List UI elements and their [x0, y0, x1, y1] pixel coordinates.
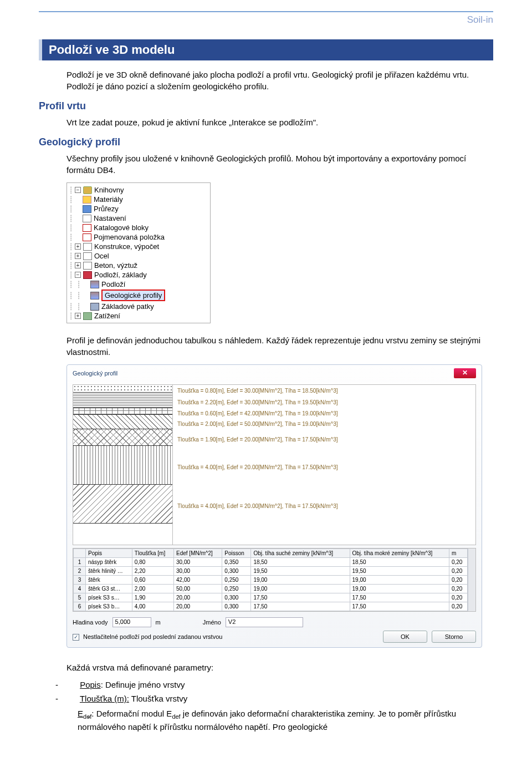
- table-header: [74, 549, 86, 558]
- cancel-button[interactable]: Storno: [432, 631, 476, 643]
- tree-item[interactable]: ┊+Beton, výztuž: [67, 261, 210, 270]
- tree-item-label: Ocel: [94, 252, 109, 260]
- ok-button[interactable]: OK: [383, 631, 427, 643]
- table-cell: 17,50: [251, 593, 350, 602]
- tree-item[interactable]: ┊Katalogové bloky: [67, 223, 210, 232]
- name-input[interactable]: V2: [226, 617, 303, 627]
- tree-toggle-icon[interactable]: +: [75, 243, 81, 250]
- cross-section-layer: [73, 429, 172, 446]
- tree-item[interactable]: ┊−Podloží, základy: [67, 270, 210, 280]
- cross-section-layer: [73, 385, 172, 393]
- tree-item-label: Nastavení: [94, 214, 126, 222]
- tree-item[interactable]: ┊┊Základové patky: [67, 302, 210, 311]
- tree-node-icon: [83, 233, 91, 241]
- table-cell: 2: [74, 567, 86, 576]
- cross-section-layer: [73, 408, 172, 415]
- tree-toggle-icon[interactable]: +: [75, 262, 81, 268]
- tree-toggle-icon[interactable]: +: [75, 313, 81, 319]
- brand-label: Soil-in: [39, 14, 493, 26]
- table-cell: 5: [74, 593, 86, 602]
- cross-section-layer: [73, 485, 172, 524]
- table-cell: 0,20: [449, 567, 467, 576]
- table-cell: 30,00: [174, 558, 222, 567]
- tree-item-label: Katalogové bloky: [94, 224, 149, 232]
- table-cell: 0,250: [222, 585, 251, 593]
- table-cell: 19,50: [251, 567, 350, 576]
- table-header: Edef [MN/m^2]: [174, 549, 222, 558]
- table-row[interactable]: 4štěrk G3 st…2,0050,000,25019,0019,000,2…: [74, 585, 468, 593]
- table-cell: 42,00: [174, 576, 222, 585]
- table-cell: 18,50: [251, 558, 350, 567]
- table-row[interactable]: 6písek S3 b…4,0020,000,30017,5017,500,20: [74, 602, 468, 611]
- tree-item[interactable]: ┊Pojmenovaná položka: [67, 232, 210, 242]
- cross-section-preview: [73, 385, 173, 545]
- tree-item-label: Zatížení: [94, 312, 120, 320]
- tree-item[interactable]: ┊+Ocel: [67, 251, 210, 261]
- tree-node-icon: [83, 252, 92, 260]
- table-cell: 4: [74, 585, 86, 593]
- tree-node-icon: [90, 303, 99, 311]
- table-cell: 18,50: [350, 558, 449, 567]
- table-header: Poisson: [222, 549, 251, 558]
- tree-item[interactable]: ┊┊Geologické profily: [67, 289, 210, 302]
- table-cell: štěrk: [86, 576, 132, 585]
- close-icon[interactable]: ✕: [454, 368, 476, 378]
- header-rule: [39, 11, 493, 12]
- layer-descriptions: Tloušťka = 0.80[m], Edef = 30.00[MN/m^2]…: [173, 385, 475, 545]
- tree-item[interactable]: ┊Materiály: [67, 195, 210, 204]
- table-header: Obj. tíha suché zeminy [kN/m^3]: [251, 549, 350, 558]
- table-cell: 17,50: [350, 593, 449, 602]
- water-input[interactable]: 5,000: [112, 617, 151, 627]
- table-header: Tloušťka [m]: [132, 549, 173, 558]
- tree-item-label: Geologické profily: [101, 290, 165, 301]
- table-row[interactable]: 2štěrk hlinitý …2,2030,000,30019,5019,50…: [74, 567, 468, 576]
- tree-item[interactable]: ┊┊Podloží: [67, 280, 210, 289]
- library-tree[interactable]: ┊ − Knihovny ┊Materiály┊Průřezy┊Nastaven…: [66, 182, 211, 323]
- table-cell: 2,20: [132, 567, 173, 576]
- table-header: Popis: [86, 549, 132, 558]
- tree-node-icon: [83, 205, 91, 213]
- table-row[interactable]: 1násyp štěrk0,8030,000,35018,5018,500,20: [74, 558, 468, 567]
- cross-section-layer: [73, 446, 172, 485]
- tree-item-label: Podloží, základy: [94, 271, 147, 279]
- table-cell: 17,50: [251, 602, 350, 611]
- tree-toggle-icon[interactable]: −: [75, 272, 81, 278]
- tree-toggle-icon[interactable]: +: [75, 253, 81, 259]
- tree-item[interactable]: ┊+Konstrukce, výpočet: [67, 242, 210, 251]
- layer-desc-row: Tloušťka = 4.00[m], Edef = 20.00[MN/m^2]…: [177, 487, 475, 526]
- table-cell: 20,00: [174, 593, 222, 602]
- tree-root-label: Knihovny: [94, 186, 124, 194]
- table-cell: 0,300: [222, 593, 251, 602]
- table-cell: 50,00: [174, 585, 222, 593]
- param-edef: Edef: Deformační modul Edef je definován…: [78, 708, 493, 733]
- table-cell: 20,00: [174, 602, 222, 611]
- table-cell: 0,80: [132, 558, 173, 567]
- tree-item-label: Beton, výztuž: [94, 261, 137, 270]
- tree-item[interactable]: ┊Nastavení: [67, 214, 210, 223]
- tree-toggle-icon[interactable]: −: [75, 187, 81, 193]
- table-scrollbar[interactable]: [468, 549, 475, 611]
- table-cell: 0,300: [222, 602, 251, 611]
- intro-paragraph: Podloží je ve 3D okně definované jako pl…: [66, 69, 493, 92]
- table-header: Obj. tíha mokré zeminy [kN/m^3]: [350, 549, 449, 558]
- layers-table[interactable]: PopisTloušťka [m]Edef [MN/m^2]PoissonObj…: [73, 549, 468, 611]
- table-cell: 19,00: [350, 585, 449, 593]
- table-row[interactable]: 3štěrk0,6042,000,25019,0019,000,20: [74, 576, 468, 585]
- incompressible-checkbox[interactable]: ✓: [73, 634, 79, 641]
- table-cell: 19,00: [251, 576, 350, 585]
- table-cell: 0,300: [222, 567, 251, 576]
- profil-paragraph: Vrt lze zadat pouze, pokud je aktivní fu…: [66, 116, 493, 128]
- table-cell: 17,50: [350, 602, 449, 611]
- tree-item[interactable]: ┊+Zatížení: [67, 311, 210, 321]
- table-row[interactable]: 5písek S3 s…1,9020,000,30017,5017,500,20: [74, 593, 468, 602]
- tree-item[interactable]: ┊Průřezy: [67, 204, 210, 214]
- tree-item-label: Základové patky: [101, 302, 154, 311]
- table-cell: 19,50: [350, 567, 449, 576]
- table-cell: 4,00: [132, 602, 173, 611]
- table-cell: 19,00: [251, 585, 350, 593]
- name-label: Jméno: [203, 619, 221, 626]
- table-cell: 30,00: [174, 567, 222, 576]
- tree-node-icon: [90, 281, 99, 288]
- table-cell: 1: [74, 558, 86, 567]
- tree-item-label: Konstrukce, výpočet: [94, 242, 159, 251]
